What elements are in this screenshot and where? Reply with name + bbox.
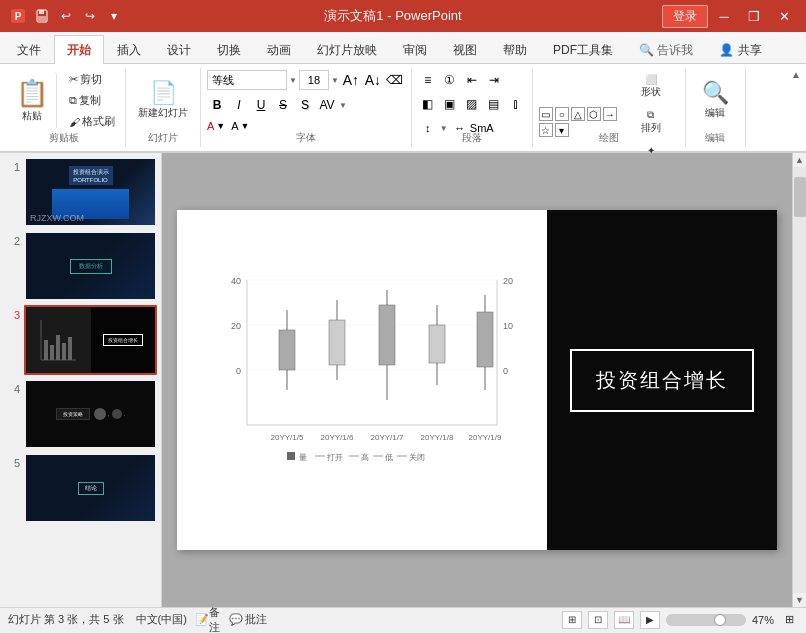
tab-animations[interactable]: 动画 — [254, 35, 304, 64]
slide-img-4[interactable]: 投资策略 , . — [24, 379, 157, 449]
notes-btn[interactable]: 📝 备注 — [199, 611, 217, 629]
clear-format-btn[interactable]: ⌫ — [385, 70, 405, 90]
font-name-input[interactable] — [207, 70, 287, 90]
tab-help[interactable]: 帮助 — [490, 35, 540, 64]
underline-button[interactable]: U — [251, 95, 271, 115]
minimize-button[interactable]: ─ — [710, 6, 738, 26]
numbered-btn[interactable]: ① — [440, 70, 460, 90]
shadow-button[interactable]: S — [295, 95, 315, 115]
font-decrease-btn[interactable]: A↓ — [363, 70, 383, 90]
font-increase-btn[interactable]: A↑ — [341, 70, 361, 90]
slide-img-3[interactable]: 投资组合增长 — [24, 305, 157, 375]
strikethrough-button[interactable]: S — [273, 95, 293, 115]
reading-view-btn[interactable]: 📖 — [614, 611, 634, 629]
text-highlight-dropdown[interactable]: ▼ — [241, 121, 250, 131]
shape-item-2[interactable]: ○ — [555, 107, 569, 121]
scroll-thumb[interactable] — [794, 177, 806, 217]
svg-rect-10 — [62, 343, 66, 360]
ribbon-collapse-btn[interactable]: ▲ — [788, 66, 804, 82]
align-center-btn[interactable]: ▣ — [440, 94, 460, 114]
login-button[interactable]: 登录 — [662, 5, 708, 28]
col-btn[interactable]: ⫿ — [506, 94, 526, 114]
scroll-up-btn[interactable]: ▲ — [793, 153, 807, 167]
customize-quick-btn[interactable]: ▾ — [104, 6, 124, 26]
tab-slideshow[interactable]: 幻灯片放映 — [304, 35, 390, 64]
paste-button[interactable]: 📋 粘贴 — [8, 72, 57, 129]
svg-rect-8 — [50, 345, 54, 360]
title-bar: P ↩ ↪ ▾ 演示文稿1 - PowerPoint 登录 ─ ❐ ✕ — [0, 0, 806, 32]
fit-slide-btn[interactable]: ⊞ — [780, 611, 798, 629]
undo-quick-btn[interactable]: ↩ — [56, 6, 76, 26]
title-bar-right: 登录 ─ ❐ ✕ — [662, 5, 798, 28]
zoom-thumb[interactable] — [714, 614, 726, 626]
align-left-btn[interactable]: ◧ — [418, 94, 438, 114]
redo-quick-btn[interactable]: ↪ — [80, 6, 100, 26]
slide-show-btn[interactable]: ▶ — [640, 611, 660, 629]
shape-item-1[interactable]: ▭ — [539, 107, 553, 121]
shapes-grid: ▭ ○ △ ⬡ → ☆ ▾ — [539, 107, 619, 153]
slide-thumb-3[interactable]: 3 投资组合增长 — [4, 305, 157, 375]
svg-text:关闭: 关闭 — [409, 453, 425, 462]
slide-sorter-btn[interactable]: ⊡ — [588, 611, 608, 629]
cut-button[interactable]: ✂ 剪切 — [65, 70, 119, 89]
tab-review[interactable]: 审阅 — [390, 35, 440, 64]
restore-button[interactable]: ❐ — [740, 6, 768, 26]
scroll-track[interactable] — [793, 167, 806, 593]
tab-view[interactable]: 视图 — [440, 35, 490, 64]
char-spacing-dropdown[interactable]: ▼ — [339, 101, 347, 110]
char-spacing-btn[interactable]: AV — [317, 95, 337, 115]
shape-item-4[interactable]: ⬡ — [587, 107, 601, 121]
edit-button[interactable]: 🔍 编辑 — [696, 76, 735, 124]
font-size-dropdown[interactable]: ▼ — [331, 76, 339, 85]
copy-button[interactable]: ⧉ 复制 — [65, 91, 119, 110]
svg-text:低: 低 — [385, 453, 393, 462]
tab-insert[interactable]: 插入 — [104, 35, 154, 64]
slide-img-5[interactable]: 结论 — [24, 453, 157, 523]
slide-left: 40 20 0 20 10 0 — [177, 210, 547, 550]
slide-thumb-4[interactable]: 4 投资策略 , . — [4, 379, 157, 449]
align-right-btn[interactable]: ▨ — [462, 94, 482, 114]
svg-rect-29 — [379, 305, 395, 365]
svg-text:20YY/1/6: 20YY/1/6 — [321, 433, 354, 442]
slide-img-1[interactable]: 投资组合演示PORTFOLIO RJZXW.COM — [24, 157, 157, 227]
shape-item-3[interactable]: △ — [571, 107, 585, 121]
normal-view-btn[interactable]: ⊞ — [562, 611, 582, 629]
tab-home[interactable]: 开始 — [54, 35, 104, 64]
svg-text:20: 20 — [231, 321, 241, 331]
font-size-input[interactable] — [299, 70, 329, 90]
tab-share[interactable]: 👤 共享 — [706, 35, 774, 64]
tab-pdf[interactable]: PDF工具集 — [540, 35, 626, 64]
quick-access-toolbar: ↩ ↪ ▾ — [32, 6, 124, 26]
tab-tellme[interactable]: 🔍 告诉我 — [626, 35, 706, 64]
comments-btn[interactable]: 💬 批注 — [229, 611, 267, 629]
tab-transitions[interactable]: 切换 — [204, 35, 254, 64]
slide-thumb-1[interactable]: 1 投资组合演示PORTFOLIO RJZXW.COM — [4, 157, 157, 227]
paragraph-label: 段落 — [412, 131, 532, 145]
scroll-down-btn[interactable]: ▼ — [793, 593, 807, 607]
justify-btn[interactable]: ▤ — [484, 94, 504, 114]
indent-right-btn[interactable]: ⇥ — [484, 70, 504, 90]
font-color-dropdown[interactable]: ▼ — [216, 121, 225, 131]
bold-button[interactable]: B — [207, 95, 227, 115]
svg-text:0: 0 — [236, 366, 241, 376]
new-slide-button[interactable]: 📄 新建幻灯片 — [132, 76, 194, 124]
save-quick-btn[interactable] — [32, 6, 52, 26]
italic-button[interactable]: I — [229, 95, 249, 115]
editing-label: 编辑 — [686, 131, 745, 145]
bullet-btn[interactable]: ≡ — [418, 70, 438, 90]
zoom-level: 47% — [752, 614, 774, 626]
format-paint-button[interactable]: 🖌 格式刷 — [65, 112, 119, 131]
svg-rect-9 — [56, 335, 60, 360]
copy-icon: ⧉ — [69, 94, 77, 107]
tab-file[interactable]: 文件 — [4, 35, 54, 64]
shape-item-5[interactable]: → — [603, 107, 617, 121]
slide-thumb-2[interactable]: 2 数据分析 — [4, 231, 157, 301]
slide-thumb-5[interactable]: 5 结论 — [4, 453, 157, 523]
slide-img-2[interactable]: 数据分析 — [24, 231, 157, 301]
indent-left-btn[interactable]: ⇤ — [462, 70, 482, 90]
close-button[interactable]: ✕ — [770, 6, 798, 26]
font-name-dropdown[interactable]: ▼ — [289, 76, 297, 85]
shape-button[interactable]: ⬜ 形状 — [623, 70, 679, 103]
tab-design[interactable]: 设计 — [154, 35, 204, 64]
zoom-slider[interactable] — [666, 614, 746, 626]
